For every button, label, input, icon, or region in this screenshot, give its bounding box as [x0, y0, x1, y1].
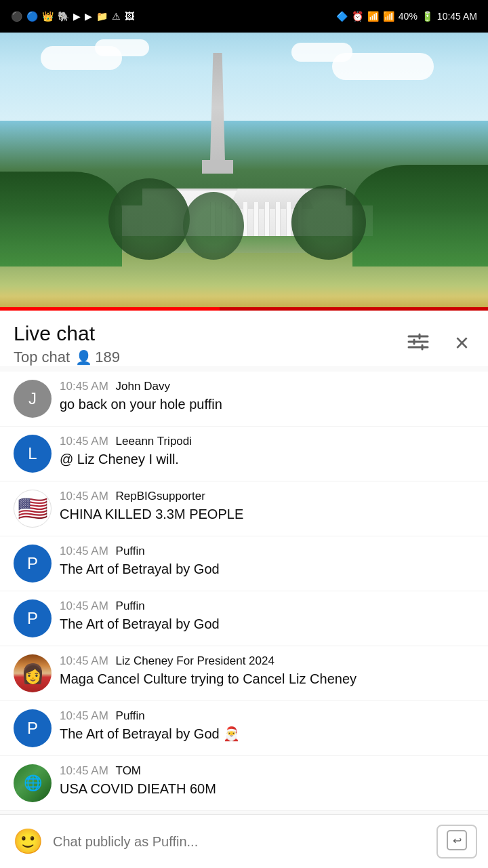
msg-username-6: Liz Cheney For President 2024 — [116, 654, 274, 667]
close-button[interactable]: × — [449, 326, 474, 361]
pokeball2-icon: 🔵 — [26, 11, 38, 22]
avatar-leeann: L — [14, 435, 52, 473]
tree-center — [183, 192, 244, 260]
bluetooth-icon: 🔷 — [336, 11, 348, 22]
chat-message-3: 🇺🇸 10:45 AM RepBIGsupporter CHINA KILLED… — [0, 481, 488, 536]
chat-message-1: J 10:45 AM John Davy go back on your hol… — [0, 372, 488, 427]
msg-text-6: Maga Cancel Culture trying to Cancel Liz… — [60, 669, 474, 688]
chat-messages-list: J 10:45 AM John Davy go back on your hol… — [0, 366, 488, 816]
chat-panel: Live chat Top chat 👤 189 — [0, 311, 488, 816]
viewer-count: 👤 189 — [75, 349, 120, 366]
msg-content-7: 10:45 AM Puffin The Art of Betrayal by G… — [60, 709, 474, 743]
chat-input-field[interactable] — [53, 825, 428, 859]
msg-time-5: 10:45 AM — [60, 599, 108, 612]
tree-left — [0, 172, 122, 267]
viewer-number: 189 — [95, 349, 120, 366]
msg-text-2: @ Liz Cheney I will. — [60, 450, 474, 469]
msg-username-5: Puffin — [116, 599, 145, 612]
msg-text-3: CHINA KILLED 3.3M PEOPLE — [60, 505, 474, 524]
emoji-icon: 🙂 — [13, 827, 43, 856]
tree-center-right — [291, 185, 366, 260]
cloud-2 — [95, 39, 149, 56]
msg-content-8: 10:45 AM TOM USA COVID DIEATH 60M — [60, 764, 474, 798]
chat-message-6: 👩 10:45 AM Liz Cheney For President 2024… — [0, 646, 488, 701]
msg-meta-5: 10:45 AM Puffin — [60, 599, 474, 613]
msg-username-7: Puffin — [116, 709, 145, 722]
msg-time-3: 10:45 AM — [60, 490, 108, 502]
top-chat-row: Top chat 👤 189 — [14, 349, 120, 366]
msg-username-4: Puffin — [116, 545, 145, 557]
warning-icon: ⚠ — [112, 11, 121, 22]
msg-text-5: The Art of Betrayal by God — [60, 614, 474, 633]
msg-text-1: go back on your hole puffin — [60, 395, 474, 414]
msg-username-1: John Davy — [116, 380, 170, 393]
tree-right — [352, 165, 488, 267]
folder-icon: 📁 — [96, 11, 108, 22]
filter-icon — [406, 330, 430, 354]
msg-content-5: 10:45 AM Puffin The Art of Betrayal by G… — [60, 599, 474, 633]
msg-time-1: 10:45 AM — [60, 380, 108, 393]
avatar-letter: P — [27, 609, 38, 628]
chat-message-5: P 10:45 AM Puffin The Art of Betrayal by… — [0, 591, 488, 646]
msg-username-8: TOM — [116, 764, 141, 777]
avatar-rep: 🇺🇸 — [14, 490, 52, 528]
emoji-button[interactable]: 🙂 — [11, 825, 45, 859]
msg-content-3: 10:45 AM RepBIGsupporter CHINA KILLED 3.… — [60, 490, 474, 524]
avatar-letter: P — [27, 554, 38, 573]
pokeball-icon: ⚫ — [11, 11, 22, 22]
video-thumbnail[interactable] — [0, 33, 488, 307]
msg-time-4: 10:45 AM — [60, 545, 108, 557]
msg-text-8: USA COVID DIEATH 60M — [60, 779, 474, 798]
top-chat-label: Top chat — [14, 349, 70, 366]
avatar-letter: J — [28, 389, 37, 408]
msg-time-7: 10:45 AM — [60, 709, 108, 722]
chat-header-right: × — [401, 324, 474, 361]
msg-meta-1: 10:45 AM John Davy — [60, 380, 474, 393]
progress-fill — [0, 307, 220, 311]
msg-time-6: 10:45 AM — [60, 654, 108, 667]
avatar-tom: 🌐 — [14, 764, 52, 802]
cloud-4 — [291, 43, 352, 62]
status-bar: ⚫ 🔵 👑 🐘 ▶ ▶ 📁 ⚠ 🖼 🔷 ⏰ 📶 📶 40% 🔋 10:45 AM — [0, 0, 488, 33]
svg-text:↩: ↩ — [453, 835, 462, 846]
msg-time-8: 10:45 AM — [60, 764, 108, 777]
alarm-icon: ⏰ — [352, 11, 363, 22]
crown-icon: 👑 — [42, 11, 54, 22]
live-chat-title: Live chat — [14, 321, 120, 346]
msg-content-6: 10:45 AM Liz Cheney For President 2024 M… — [60, 654, 474, 688]
filter-button[interactable] — [401, 324, 436, 361]
avatar-puffin-4: P — [14, 545, 52, 583]
signal-icon: 📶 — [383, 11, 394, 22]
video-progress-bar[interactable] — [0, 307, 488, 311]
wifi-icon: 📶 — [367, 11, 379, 22]
chat-message-4: P 10:45 AM Puffin The Art of Betrayal by… — [0, 536, 488, 591]
avatar-john-davy: J — [14, 380, 52, 418]
msg-meta-3: 10:45 AM RepBIGsupporter — [60, 490, 474, 503]
msg-username-2: Leeann Tripodi — [116, 435, 192, 448]
status-icons-right: 🔷 ⏰ 📶 📶 40% 🔋 10:45 AM — [336, 11, 477, 22]
msg-text-7: The Art of Betrayal by God 🎅 — [60, 724, 474, 743]
avatar-liz: 👩 — [14, 654, 52, 692]
chat-message-8: 🌐 10:45 AM TOM USA COVID DIEATH 60M — [0, 756, 488, 811]
tree-center-left — [108, 178, 190, 260]
play2-icon: ▶ — [85, 11, 92, 22]
msg-meta-4: 10:45 AM Puffin — [60, 545, 474, 558]
msg-meta-8: 10:45 AM TOM — [60, 764, 474, 778]
battery-percent: 40% — [399, 11, 418, 22]
avatar-puffin-7: P — [14, 709, 52, 747]
time-display: 10:45 AM — [437, 11, 477, 22]
send-button[interactable]: ↩ — [436, 825, 477, 859]
play-icon: ▶ — [73, 11, 81, 22]
msg-meta-6: 10:45 AM Liz Cheney For President 2024 — [60, 654, 474, 668]
msg-content-1: 10:45 AM John Davy go back on your hole … — [60, 380, 474, 414]
msg-meta-7: 10:45 AM Puffin — [60, 709, 474, 723]
mastodon-icon: 🐘 — [58, 11, 69, 22]
msg-content-4: 10:45 AM Puffin The Art of Betrayal by G… — [60, 545, 474, 578]
chat-input-bar: 🙂 ↩ — [0, 814, 488, 868]
chat-message-2: L 10:45 AM Leeann Tripodi @ Liz Cheney I… — [0, 427, 488, 481]
chat-message-7: P 10:45 AM Puffin The Art of Betrayal by… — [0, 701, 488, 756]
status-icons-left: ⚫ 🔵 👑 🐘 ▶ ▶ 📁 ⚠ 🖼 — [11, 11, 134, 22]
msg-text-4: The Art of Betrayal by God — [60, 559, 474, 578]
chat-header-left: Live chat Top chat 👤 189 — [14, 321, 120, 366]
msg-content-2: 10:45 AM Leeann Tripodi @ Liz Cheney I w… — [60, 435, 474, 469]
